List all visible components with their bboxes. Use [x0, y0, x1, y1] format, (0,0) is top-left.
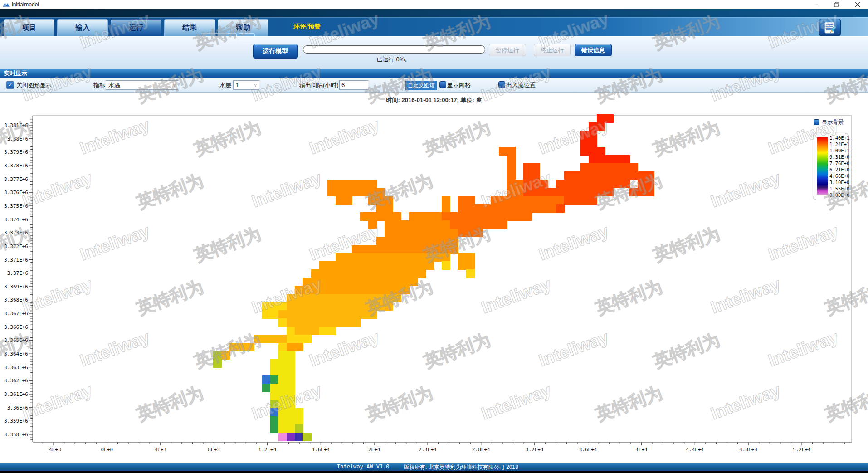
x-tick-label: -4E+3 — [46, 447, 61, 453]
heatmap-plot: 3.381E+63.38E+63.379E+63.378E+63.377E+63… — [0, 93, 868, 463]
map-cell — [352, 188, 361, 196]
map-cell — [295, 433, 303, 441]
map-cell — [368, 294, 377, 302]
map-cell — [360, 188, 369, 196]
map-cell — [360, 286, 369, 294]
map-cell — [270, 416, 279, 425]
flow-position-icon — [498, 81, 505, 88]
map-cell — [409, 245, 418, 254]
map-cell — [466, 253, 475, 262]
map-cell — [597, 155, 605, 164]
map-cell — [319, 261, 328, 270]
map-cell — [646, 188, 654, 196]
run-model-button[interactable]: 运行模型 — [253, 44, 298, 59]
map-cell — [474, 212, 483, 221]
map-cell — [311, 286, 320, 294]
map-cell — [434, 212, 442, 221]
restore-button[interactable] — [826, 0, 847, 9]
map-cell — [385, 302, 393, 311]
window-title: initialmodel — [12, 1, 39, 8]
map-cell — [483, 204, 491, 213]
colorbar-legend: 1.40E+11.24E+11.09E+19.31E+07.76E+06.21E… — [813, 133, 849, 200]
tab-project[interactable]: 项目 — [4, 19, 54, 36]
map-cell — [507, 212, 516, 221]
map-cell — [303, 318, 312, 327]
map-cell — [311, 318, 320, 327]
map-cell — [409, 229, 418, 237]
map-cell — [417, 269, 426, 278]
map-cell — [474, 220, 483, 229]
map-cell — [336, 188, 344, 196]
map-cell — [523, 163, 532, 172]
show-grid-button[interactable]: 显示网格 — [447, 81, 471, 89]
map-cell — [425, 220, 434, 229]
y-tick-label: 3.376E+6 — [4, 190, 28, 195]
close-graph-checkbox[interactable]: ✓ — [6, 81, 14, 89]
y-tick-label: 3.362E+6 — [4, 378, 28, 384]
app-version-text: Intelway-AW V1.0 — [337, 463, 390, 470]
map-cell — [385, 245, 393, 254]
map-cell — [442, 220, 450, 229]
flow-position-button[interactable]: 出入流位置 — [506, 81, 536, 89]
map-cell — [246, 343, 254, 351]
y-tick-label: 3.365E+6 — [4, 337, 28, 343]
map-cell — [425, 237, 434, 245]
env-assessment-label[interactable]: 环评/预警 — [293, 17, 321, 36]
minimize-button[interactable] — [805, 0, 826, 9]
map-cell — [287, 384, 295, 392]
map-cell — [515, 204, 524, 213]
map-cell — [507, 155, 516, 164]
map-cell — [605, 188, 614, 196]
map-cell — [442, 253, 450, 262]
map-cell — [597, 147, 605, 156]
tab-input[interactable]: 输入 — [57, 19, 108, 36]
map-cell — [327, 318, 336, 327]
map-cell — [295, 302, 303, 311]
y-tick-label: 3.378E+6 — [4, 163, 28, 169]
map-cell — [466, 229, 475, 237]
chevron-down-icon: ∨ — [173, 83, 176, 88]
close-graph-label: 关闭图形显示 — [16, 81, 52, 89]
x-tick-label: 2.8E+4 — [472, 447, 490, 453]
legend-value-label: 7.76E+0 — [829, 161, 848, 166]
map-cell — [336, 294, 344, 302]
run-progress-bar — [303, 45, 485, 54]
map-cell — [295, 294, 303, 302]
y-tick-label: 3.368E+6 — [4, 297, 28, 303]
map-cell — [229, 343, 238, 351]
show-background-toggle[interactable]: 显示背景 — [814, 118, 844, 126]
error-info-button[interactable]: 错误信息 — [575, 44, 612, 56]
map-cell — [425, 229, 434, 237]
layer-select[interactable]: 1 ∨ — [233, 80, 259, 90]
map-cell — [556, 204, 565, 213]
interval-input[interactable] — [339, 80, 368, 90]
stop-run-button[interactable]: 终止运行 — [534, 44, 571, 56]
tab-run[interactable]: 运行 — [111, 19, 161, 36]
map-cell — [450, 229, 458, 237]
x-tick-label: 8E+3 — [208, 447, 220, 453]
map-cell — [368, 220, 377, 229]
indicator-label: 指标 — [93, 81, 105, 89]
map-cell — [589, 196, 597, 205]
map-cell — [401, 237, 410, 245]
map-cell — [523, 180, 532, 188]
map-cell — [572, 196, 581, 205]
map-cell — [564, 188, 573, 196]
legend-value-label: 3.10E+0 — [829, 180, 848, 185]
map-cell — [580, 147, 589, 156]
custom-colormap-button[interactable]: 自定义图谱 — [405, 81, 437, 90]
map-cell — [295, 424, 303, 433]
pause-run-button[interactable]: 暂停运行 — [489, 44, 526, 56]
indicator-select[interactable]: 水温 ∨ — [106, 80, 178, 90]
close-button[interactable] — [847, 0, 868, 9]
map-cell — [507, 196, 516, 205]
x-tick-label: 3.2E+4 — [526, 447, 544, 453]
log-notebook-button[interactable] — [819, 19, 841, 36]
map-cell — [221, 351, 230, 360]
map-cell — [556, 188, 565, 196]
map-cell — [270, 375, 279, 384]
map-cell — [556, 180, 565, 188]
map-cell — [295, 327, 303, 335]
map-cell — [270, 302, 279, 311]
map-cell — [523, 196, 532, 205]
